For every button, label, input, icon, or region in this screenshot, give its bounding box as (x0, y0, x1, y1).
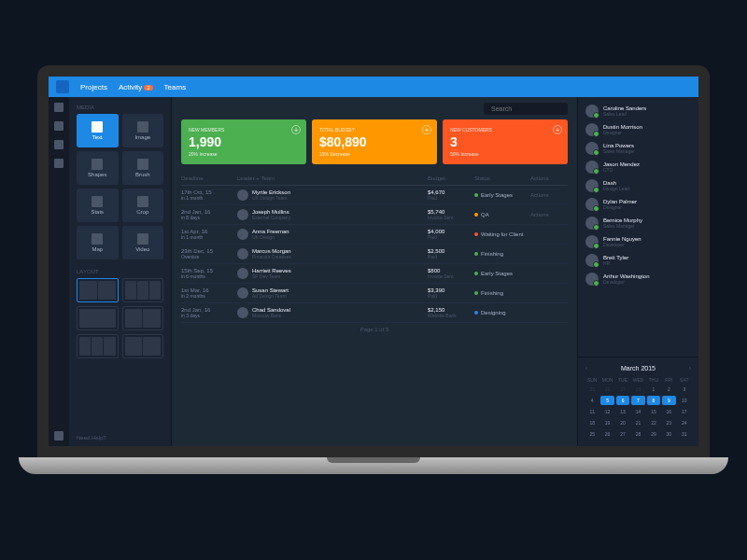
member-item[interactable]: Dustin MorrisonDesigner (585, 123, 691, 136)
calendar-day[interactable]: 11 (585, 407, 599, 416)
stat-card[interactable]: +New Customers350% Increase (443, 119, 568, 164)
calendar-day[interactable]: 9 (662, 396, 675, 405)
calendar-day[interactable]: 25 (585, 429, 599, 439)
card-trend: 50% Increase (450, 151, 560, 157)
tool-video[interactable]: Video (122, 226, 164, 259)
calendar-day[interactable]: 10 (678, 396, 691, 405)
grid-icon[interactable] (54, 431, 63, 441)
nav-teams[interactable]: Teams (164, 83, 187, 91)
table-row[interactable]: 15th Sep, 15in 6 monthsHarriett ReevesSF… (181, 264, 568, 284)
calendar-day[interactable]: 22 (647, 418, 660, 427)
tool-image[interactable]: Image (122, 114, 164, 147)
calendar-day[interactable]: 25 (585, 385, 599, 394)
nav-activity[interactable]: Activity2 (119, 83, 153, 91)
calendar-day[interactable]: 27 (616, 429, 629, 439)
help-link[interactable]: Need Help? (77, 435, 106, 441)
calendar-day-header: Sat (678, 377, 691, 383)
calendar-day[interactable]: 31 (678, 429, 691, 439)
calendar-day[interactable]: 2 (662, 385, 675, 394)
calendar-day[interactable]: 24 (678, 418, 691, 427)
calendar-day[interactable]: 12 (600, 407, 613, 416)
cursor-icon[interactable] (54, 103, 63, 112)
tool-text[interactable]: Text (77, 114, 119, 147)
tool-stats[interactable]: Stats (77, 189, 119, 222)
tool-label: Video (135, 246, 149, 252)
app-logo-icon[interactable] (56, 80, 69, 93)
layout-option[interactable] (122, 306, 164, 330)
edit-icon[interactable] (54, 121, 63, 131)
layout-option[interactable] (77, 306, 119, 330)
stat-card[interactable]: +Total Budget$80,89015% Decrease (312, 119, 437, 164)
calendar-day[interactable]: 13 (616, 407, 629, 416)
calendar-day[interactable]: 8 (647, 396, 660, 405)
member-item[interactable]: Bernice MurphySales Manager (585, 217, 691, 230)
prev-month-icon[interactable]: ‹ (585, 365, 587, 371)
tool-crop[interactable]: Crop (122, 189, 164, 222)
image-icon (137, 121, 148, 133)
layout-option[interactable] (77, 278, 119, 302)
layout-option[interactable] (122, 278, 164, 302)
table-row[interactable]: 2nd Jan, 16in 3 daysChad SandovalMoscow … (181, 303, 568, 323)
top-nav: Projects Activity2 Teams (49, 77, 698, 97)
calendar-day[interactable]: 20 (616, 418, 629, 427)
avatar (585, 198, 599, 211)
avatar (585, 142, 599, 155)
calendar-day[interactable]: 17 (678, 407, 691, 416)
avatar (237, 268, 248, 279)
table-row[interactable]: 1st Apr, 16in 1 monthAnna FreemanUK Desi… (181, 225, 568, 245)
stat-card[interactable]: +New Members1,99020% Increase (181, 119, 306, 164)
member-item[interactable]: Brett TylerHR (585, 254, 691, 267)
calendar-day[interactable]: 6 (616, 396, 629, 405)
nav-projects[interactable]: Projects (80, 83, 107, 91)
tool-brush[interactable]: Brush (122, 151, 164, 185)
lock-icon[interactable] (54, 159, 63, 168)
calendar-day[interactable]: 15 (647, 407, 660, 416)
calendar-day[interactable]: 19 (600, 418, 613, 427)
tool-shapes[interactable]: Shapes (77, 151, 119, 185)
media-section-label: Media (77, 105, 163, 110)
calendar-day[interactable]: 29 (647, 429, 660, 439)
member-item[interactable]: Arthur WashingtonDeveloper (585, 273, 691, 286)
calendar-day[interactable]: 26 (600, 385, 613, 394)
layout-option[interactable] (122, 334, 164, 358)
calendar-day[interactable]: 1 (647, 385, 660, 394)
member-item[interactable]: Dylan PalmerDesigner (585, 198, 691, 211)
calendar-day-header: Sun (585, 377, 599, 383)
member-item[interactable]: Fannie NguyenDeveloper (585, 235, 691, 248)
next-month-icon[interactable]: › (689, 365, 691, 371)
calendar-day[interactable]: 26 (600, 429, 613, 439)
table-row[interactable]: 17th Oct, 15in 1 monthMyrtle EricksonUK … (181, 186, 568, 205)
table-row[interactable]: 23th Dec, 15OverdueMarcus MorganPinacola… (181, 245, 568, 264)
layout-picker (77, 278, 163, 358)
table-header: DeadlineLeader + TeamBudgetStatusActions (181, 172, 568, 186)
member-item[interactable]: Lina PowersSales Manager (585, 142, 691, 155)
members-list: Caroline SandersSales LeadDustin Morriso… (578, 97, 698, 357)
member-item[interactable]: DashDesign Lead (585, 179, 691, 192)
calendar-day[interactable]: 7 (631, 396, 644, 405)
calendar-day[interactable]: 16 (662, 407, 675, 416)
search-input[interactable] (484, 103, 568, 115)
status-dot-icon (474, 232, 478, 236)
member-item[interactable]: Jason MendezCTO (585, 161, 691, 174)
map-icon (92, 233, 103, 245)
calendar-day[interactable]: 18 (585, 418, 599, 427)
calendar-day-header: Tue (616, 377, 629, 383)
layout-option[interactable] (77, 334, 119, 358)
table-row[interactable]: 2nd Jan, 16in 8 daysJoseph MullinsExtern… (181, 205, 568, 225)
table-pager[interactable]: Page 1 of 5 (181, 323, 568, 336)
calendar-day[interactable]: 27 (616, 385, 629, 394)
member-item[interactable]: Caroline SandersSales Lead (585, 105, 691, 118)
tool-map[interactable]: Map (77, 226, 119, 259)
calendar-day[interactable]: 3 (678, 385, 691, 394)
calendar-day[interactable]: 21 (631, 418, 644, 427)
calendar-day[interactable]: 14 (631, 407, 644, 416)
calendar-day[interactable]: 5 (600, 396, 613, 405)
calendar-day[interactable]: 4 (585, 396, 599, 405)
calendar-day[interactable]: 28 (631, 385, 644, 394)
calendar-day[interactable]: 30 (662, 429, 675, 439)
table-row[interactable]: 1st Mar, 16in 2 monthsSusan StewartAd De… (181, 284, 568, 303)
calendar-day[interactable]: 23 (662, 418, 675, 427)
cut-icon[interactable] (54, 140, 63, 149)
calendar-month: March 2015 (621, 365, 655, 371)
calendar-day[interactable]: 28 (631, 429, 644, 439)
